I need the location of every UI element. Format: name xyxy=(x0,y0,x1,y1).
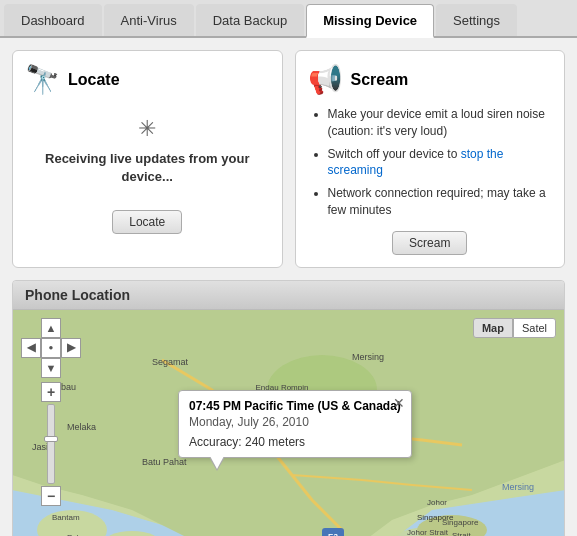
svg-text:Batu Pahat: Batu Pahat xyxy=(142,457,187,467)
navigation-tabs: Dashboard Anti-Virus Data Backup Missing… xyxy=(0,0,577,38)
tab-antivirus[interactable]: Anti-Virus xyxy=(104,4,194,36)
pan-down-button[interactable]: ▼ xyxy=(41,358,61,378)
svg-text:Segamat: Segamat xyxy=(152,357,189,367)
locate-loading-area: ✳ Receiving live updates from your devic… xyxy=(25,106,270,202)
scream-features-list: Make your device emit a loud siren noise… xyxy=(308,106,553,219)
zoom-out-button[interactable]: − xyxy=(41,486,61,506)
pan-up-button[interactable]: ▲ xyxy=(41,318,61,338)
svg-text:E2: E2 xyxy=(328,532,338,536)
map-controls: ▲ ◀ ● ▶ ▼ + − xyxy=(21,318,81,506)
popup-date: Monday, July 26, 2010 xyxy=(189,415,401,429)
svg-text:Johor Strait: Johor Strait xyxy=(407,528,449,536)
svg-text:Strait: Strait xyxy=(452,531,471,536)
tab-dashboard[interactable]: Dashboard xyxy=(4,4,102,36)
scream-feature-1: Make your device emit a loud siren noise… xyxy=(328,106,553,140)
svg-text:Mersing: Mersing xyxy=(352,352,384,362)
tab-missingdevice[interactable]: Missing Device xyxy=(306,4,434,38)
scream-feature-3: Network connection required; may take a … xyxy=(328,185,553,219)
pan-left-button[interactable]: ◀ xyxy=(21,338,41,358)
map-type-map-button[interactable]: Map xyxy=(473,318,513,338)
locate-card-title: Locate xyxy=(68,71,120,89)
pan-right-button[interactable]: ▶ xyxy=(61,338,81,358)
svg-text:Singapore: Singapore xyxy=(417,513,454,522)
svg-text:Bantam: Bantam xyxy=(52,513,80,522)
locate-button-row: Locate xyxy=(25,210,270,234)
loading-spinner-icon: ✳ xyxy=(138,116,156,142)
phone-location-title: Phone Location xyxy=(13,281,564,310)
locate-status-text: Receiving live updates from your device.… xyxy=(25,150,270,186)
locate-card: 🔭 Locate ✳ Receiving live updates from y… xyxy=(12,50,283,268)
popup-close-button[interactable]: ✕ xyxy=(393,395,405,411)
scream-feature-2: Switch off your device to stop the screa… xyxy=(328,146,553,180)
zoom-slider-thumb[interactable] xyxy=(44,436,58,442)
locate-card-header: 🔭 Locate xyxy=(25,63,270,96)
popup-time: 07:45 PM Pacific Time (US & Canada) xyxy=(189,399,401,413)
popup-accuracy: Accuracy: 240 meters xyxy=(189,435,401,449)
zoom-nav-pad: ▲ ◀ ● ▶ ▼ xyxy=(21,318,81,378)
scream-button-row: Scream xyxy=(308,231,553,255)
feature-cards: 🔭 Locate ✳ Receiving live updates from y… xyxy=(12,50,565,268)
zoom-slider-container: + − xyxy=(41,382,61,506)
tab-settings[interactable]: Settings xyxy=(436,4,517,36)
map-container[interactable]: E2 E2 E3 Rembau Segamat Mersing xyxy=(13,310,564,536)
zoom-in-button[interactable]: + xyxy=(41,382,61,402)
svg-text:Mersing: Mersing xyxy=(502,482,534,492)
popup-tail xyxy=(209,457,225,471)
map-type-satellite-button[interactable]: Satel xyxy=(513,318,556,338)
scream-card-header: 📢 Scream xyxy=(308,63,553,96)
locate-button[interactable]: Locate xyxy=(112,210,182,234)
location-popup: ✕ 07:45 PM Pacific Time (US & Canada) Mo… xyxy=(178,390,412,458)
pan-center-button[interactable]: ● xyxy=(41,338,61,358)
main-content: 🔭 Locate ✳ Receiving live updates from y… xyxy=(0,38,577,536)
map-type-buttons: Map Satel xyxy=(473,318,556,338)
tab-databackup[interactable]: Data Backup xyxy=(196,4,304,36)
phone-location-section: Phone Location E2 E2 xyxy=(12,280,565,536)
svg-text:Johor: Johor xyxy=(427,498,447,507)
binoculars-icon: 🔭 xyxy=(25,63,60,96)
scream-button[interactable]: Scream xyxy=(392,231,467,255)
scream-card: 📢 Scream Make your device emit a loud si… xyxy=(295,50,566,268)
zoom-slider-track[interactable] xyxy=(47,404,55,484)
scream-card-title: Scream xyxy=(351,71,409,89)
megaphone-icon: 📢 xyxy=(308,63,343,96)
